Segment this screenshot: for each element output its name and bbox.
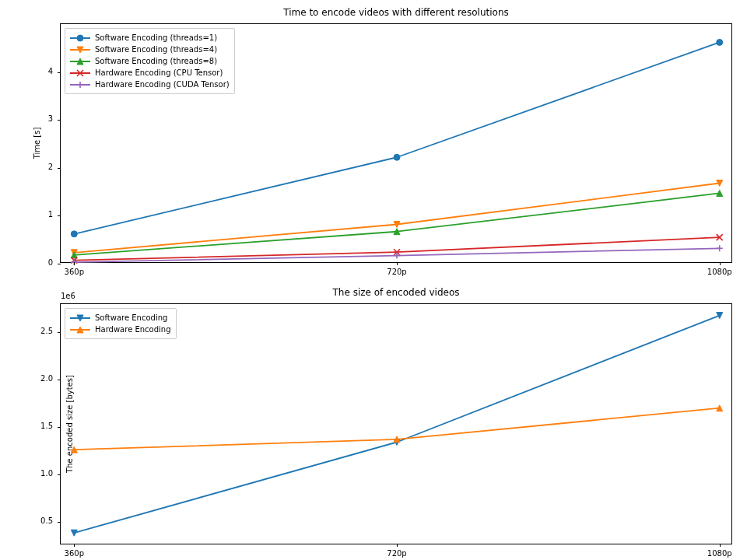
series-marker xyxy=(717,313,723,319)
y-axis-label: Time [s] xyxy=(33,128,41,159)
legend-swatch xyxy=(70,314,90,322)
axes-time: Time to encode videos with different res… xyxy=(60,23,732,263)
y-tickmark xyxy=(58,72,61,73)
x-tick-label: 360p xyxy=(65,549,84,558)
x-tickmark xyxy=(397,544,398,547)
legend-swatch xyxy=(70,58,90,65)
series-line xyxy=(74,316,719,534)
y-tickmark xyxy=(58,427,61,428)
legend-swatch xyxy=(70,69,90,77)
legend-swatch xyxy=(70,46,90,54)
legend-label: Hardware Encoding (CPU Tensor) xyxy=(95,68,223,77)
legend-label: Hardware Encoding xyxy=(95,325,171,334)
series-marker xyxy=(717,39,723,45)
chart-title: The size of encoded videos xyxy=(61,287,731,298)
legend-label: Software Encoding (threads=1) xyxy=(95,33,217,42)
legend-label: Software Encoding xyxy=(95,313,167,322)
x-tickmark xyxy=(397,262,398,265)
y-tick-label: 2.5 xyxy=(40,327,53,335)
x-tick-label: 720p xyxy=(387,549,406,558)
x-tickmark xyxy=(720,544,721,547)
figure: Time to encode videos with different res… xyxy=(0,0,747,560)
legend-size: Software EncodingHardware Encoding xyxy=(65,308,177,339)
legend-label: Hardware Encoding (CUDA Tensor) xyxy=(95,80,230,89)
x-tick-label: 1080p xyxy=(707,549,732,558)
legend-entry: Hardware Encoding xyxy=(70,324,171,335)
legend-entry: Software Encoding (threads=1) xyxy=(70,32,230,44)
legend-label: Software Encoding (threads=8) xyxy=(95,57,217,65)
chart-title: Time to encode videos with different res… xyxy=(61,7,731,18)
y-tick-label: 3 xyxy=(48,114,53,123)
axes-size: The size of encoded videos 1e6 The encod… xyxy=(60,303,732,544)
series-marker xyxy=(394,154,400,160)
y-tick-label: 0 xyxy=(48,258,53,267)
y-tickmark xyxy=(58,215,61,216)
y-tickmark xyxy=(58,522,61,523)
x-tickmark xyxy=(74,544,75,547)
legend-swatch xyxy=(70,34,90,42)
legend-label: Software Encoding (threads=4) xyxy=(95,45,217,54)
series-marker xyxy=(394,253,400,259)
y-tickmark xyxy=(58,264,61,264)
y-tick-label: 4 xyxy=(48,66,53,75)
y-tick-label: 2 xyxy=(48,162,53,170)
series-marker xyxy=(717,245,723,251)
y-tick-label: 1 xyxy=(48,210,53,219)
y-tick-label: 1.5 xyxy=(40,422,53,430)
legend-time: Software Encoding (threads=1)Software En… xyxy=(65,28,235,94)
legend-entry: Software Encoding (threads=8) xyxy=(70,55,230,67)
legend-entry: Software Encoding (threads=4) xyxy=(70,44,230,55)
x-tick-label: 720p xyxy=(387,268,406,276)
legend-entry: Software Encoding xyxy=(70,312,171,324)
x-tickmark xyxy=(720,262,721,265)
legend-swatch xyxy=(70,326,90,334)
y-tickmark xyxy=(58,380,61,380)
y-tick-label: 1.0 xyxy=(40,468,53,477)
x-tick-label: 360p xyxy=(65,268,84,276)
x-tick-label: 1080p xyxy=(707,268,732,276)
y-tick-label: 0.5 xyxy=(40,516,53,524)
y-tick-label: 2.0 xyxy=(40,374,53,383)
y-axis-offset: 1e6 xyxy=(61,292,75,300)
legend-entry: Hardware Encoding (CPU Tensor) xyxy=(70,67,230,79)
y-tickmark xyxy=(58,474,61,475)
plot-area-size xyxy=(61,304,733,545)
x-tickmark xyxy=(74,262,75,265)
y-tickmark xyxy=(58,120,61,121)
y-tickmark xyxy=(58,332,61,333)
legend-entry: Hardware Encoding (CUDA Tensor) xyxy=(70,79,230,90)
series-marker xyxy=(71,231,77,237)
legend-swatch xyxy=(70,81,90,89)
y-tickmark xyxy=(58,168,61,169)
